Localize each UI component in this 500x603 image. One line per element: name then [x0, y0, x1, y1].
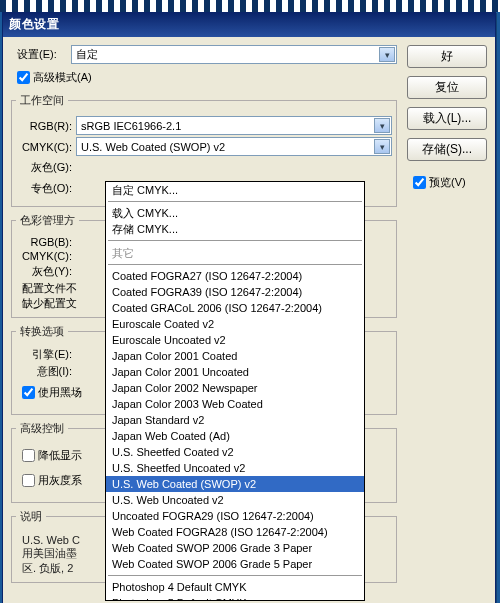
chevron-down-icon[interactable]	[374, 139, 390, 154]
dropdown-item[interactable]: Coated FOGRA39 (ISO 12647-2:2004)	[106, 284, 364, 300]
dropdown-item[interactable]: Uncoated FOGRA29 (ISO 12647-2:2004)	[106, 508, 364, 524]
dropdown-separator	[108, 201, 362, 202]
convert-legend: 转换选项	[16, 324, 68, 339]
dropdown-item[interactable]: 自定 CMYK...	[106, 182, 364, 198]
dropdown-item[interactable]: U.S. Web Coated (SWOP) v2	[106, 476, 364, 492]
dropdown-item[interactable]: Euroscale Coated v2	[106, 316, 364, 332]
cm-gray-label: 灰色(Y):	[16, 264, 76, 279]
grayblend-label: 用灰度系	[38, 473, 82, 488]
black-input[interactable]	[22, 386, 35, 399]
cm-rgb-label: RGB(B):	[16, 236, 76, 248]
engine-label: 引擎(E):	[16, 347, 76, 362]
dropdown-item[interactable]: Japan Color 2002 Newspaper	[106, 380, 364, 396]
dropdown-item[interactable]: Japan Web Coated (Ad)	[106, 428, 364, 444]
cmyk-combo[interactable]: U.S. Web Coated (SWOP) v2	[76, 137, 392, 156]
load-button[interactable]: 载入(L)...	[407, 107, 487, 130]
dropdown-item[interactable]: Coated FOGRA27 (ISO 12647-2:2004)	[106, 268, 364, 284]
dropdown-item[interactable]: Japan Color 2003 Web Coated	[106, 396, 364, 412]
dropdown-item[interactable]: Photoshop 5 Default CMYK	[106, 595, 364, 601]
cmyk-dropdown-list[interactable]: 自定 CMYK...载入 CMYK...存储 CMYK...其它Coated F…	[105, 181, 365, 601]
ok-button[interactable]: 好	[407, 45, 487, 68]
dropdown-item[interactable]: U.S. Web Uncoated v2	[106, 492, 364, 508]
settings-value: 自定	[76, 47, 98, 62]
desat-label: 降低显示	[38, 448, 82, 463]
chevron-down-icon[interactable]	[374, 118, 390, 133]
preview-checkbox[interactable]: 预览(V)	[409, 173, 487, 192]
preview-input[interactable]	[413, 176, 426, 189]
dropdown-item[interactable]: Web Coated SWOP 2006 Grade 3 Paper	[106, 540, 364, 556]
cm-cmyk-label: CMYK(C):	[16, 250, 76, 262]
dropdown-item[interactable]: U.S. Sheetfed Coated v2	[106, 444, 364, 460]
dropdown-item[interactable]: Web Coated FOGRA28 (ISO 12647-2:2004)	[106, 524, 364, 540]
advanced-mode-input[interactable]	[17, 71, 30, 84]
grayblend-input[interactable]	[22, 474, 35, 487]
rgb-value: sRGB IEC61966-2.1	[81, 120, 181, 132]
dropdown-separator	[108, 575, 362, 576]
settings-combo[interactable]: 自定	[71, 45, 397, 64]
black-label: 使用黑场	[38, 385, 82, 400]
dropdown-separator	[108, 240, 362, 241]
advanced-mode-checkbox[interactable]: 高级模式(A)	[13, 68, 397, 87]
save-button[interactable]: 存储(S)...	[407, 138, 487, 161]
rgb-label: RGB(R):	[16, 120, 76, 132]
preview-label: 预览(V)	[429, 175, 466, 190]
dropdown-item[interactable]: 载入 CMYK...	[106, 205, 364, 221]
rgb-combo[interactable]: sRGB IEC61966-2.1	[76, 116, 392, 135]
desat-input[interactable]	[22, 449, 35, 462]
spot-label: 专色(O):	[16, 181, 76, 196]
reset-button[interactable]: 复位	[407, 76, 487, 99]
chevron-down-icon[interactable]	[379, 47, 395, 62]
adv-ctrl-legend: 高级控制	[16, 421, 68, 436]
dialog-title: 颜色设置	[3, 13, 495, 37]
workspace-legend: 工作空间	[16, 93, 68, 108]
dropdown-item[interactable]: Coated GRACoL 2006 (ISO 12647-2:2004)	[106, 300, 364, 316]
description-legend: 说明	[16, 509, 46, 524]
settings-label: 设置(E):	[11, 47, 71, 62]
cmyk-value: U.S. Web Coated (SWOP) v2	[81, 141, 225, 153]
gray-label: 灰色(G):	[16, 160, 76, 175]
dropdown-item[interactable]: Japan Standard v2	[106, 412, 364, 428]
dropdown-item: 其它	[106, 245, 364, 261]
dropdown-item[interactable]: Web Coated SWOP 2006 Grade 5 Paper	[106, 556, 364, 572]
dropdown-item[interactable]: Japan Color 2001 Coated	[106, 348, 364, 364]
cmyk-label: CMYK(C):	[16, 141, 76, 153]
color-settings-dialog: 颜色设置 设置(E): 自定 高级模式(A) 工作空间 RGB(R): sRG	[2, 12, 496, 603]
color-mgmt-legend: 色彩管理方	[16, 213, 79, 228]
dropdown-separator	[108, 264, 362, 265]
dropdown-item[interactable]: 存储 CMYK...	[106, 221, 364, 237]
dropdown-item[interactable]: Photoshop 4 Default CMYK	[106, 579, 364, 595]
dropdown-item[interactable]: Japan Color 2001 Uncoated	[106, 364, 364, 380]
advanced-mode-label: 高级模式(A)	[33, 70, 92, 85]
dropdown-item[interactable]: U.S. Sheetfed Uncoated v2	[106, 460, 364, 476]
intent-label: 意图(I):	[16, 364, 76, 379]
dropdown-item[interactable]: Euroscale Uncoated v2	[106, 332, 364, 348]
